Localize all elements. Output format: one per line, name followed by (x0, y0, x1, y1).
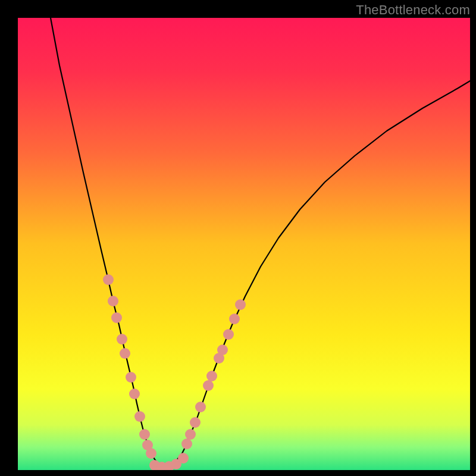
highlight-dot (139, 429, 150, 440)
highlight-dot (185, 429, 196, 440)
highlight-dot (223, 329, 234, 340)
plot-area (18, 18, 470, 470)
chart-frame: TheBottleneck.com (0, 0, 476, 476)
highlight-dot (190, 417, 201, 428)
highlight-dot (126, 372, 136, 383)
highlight-dot (195, 402, 206, 412)
highlight-dot (103, 274, 114, 285)
highlight-dot (111, 312, 122, 323)
highlight-dot (235, 299, 246, 310)
highlight-dot (129, 389, 140, 399)
highlight-dot (181, 439, 192, 449)
bottleneck-chart (18, 18, 470, 470)
highlight-dot (217, 345, 228, 355)
highlight-dot (206, 371, 217, 381)
highlight-dot (117, 334, 127, 345)
highlight-dot (203, 380, 214, 391)
highlight-dot (108, 296, 118, 306)
highlight-dot (178, 453, 189, 464)
highlight-dot (146, 448, 156, 459)
watermark-text: TheBottleneck.com (356, 2, 470, 18)
highlight-dot (134, 411, 145, 422)
gradient-background (18, 18, 470, 470)
highlight-dot (120, 348, 130, 359)
highlight-dot (229, 314, 240, 324)
